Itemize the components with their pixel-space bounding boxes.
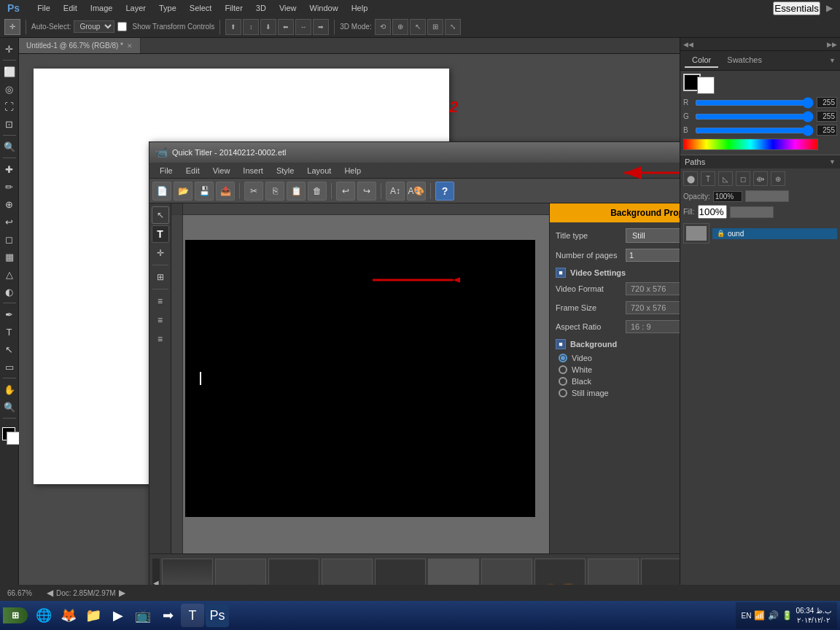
style-thumb-11[interactable]: AaB style-11 [641, 559, 680, 586]
color-swatches[interactable] [0, 424, 20, 445]
qt-strip-icon3[interactable]: ≡ [152, 330, 169, 348]
blur-tool[interactable]: △ [1, 266, 18, 282]
style-thumb-04[interactable]: AaB style-04 [322, 559, 373, 586]
lasso-tool[interactable]: ◎ [1, 81, 18, 97]
style-thumb-02[interactable]: AaB style-02 [215, 559, 266, 586]
color-spectrum[interactable] [683, 139, 818, 150]
qt-menu-insert[interactable]: Insert [237, 165, 269, 176]
crop-tool[interactable]: ⊡ [1, 116, 18, 132]
style-thumb-09[interactable]: AaB style-09 [534, 559, 586, 586]
start-button[interactable]: ⊞ [3, 607, 28, 623]
qt-menu-help[interactable]: Help [338, 165, 367, 176]
type-tool[interactable]: T [1, 324, 18, 340]
paths-collapse-btn[interactable]: ▼ [829, 158, 836, 166]
path-select-tool[interactable]: ↖ [1, 341, 18, 357]
fill-input[interactable]: 100% [698, 205, 727, 219]
fill-slider-bar[interactable] [730, 206, 774, 218]
qt-menu-view[interactable]: View [207, 165, 236, 176]
qt-strip-icon1[interactable]: ≡ [152, 292, 169, 310]
title-type-select[interactable]: Still [626, 228, 680, 243]
clone-stamp-tool[interactable]: ⊕ [1, 196, 18, 212]
qt-select-icon[interactable]: ↖ [152, 206, 169, 224]
b-value[interactable]: 255 [817, 125, 837, 136]
menu-help[interactable]: Help [349, 2, 371, 14]
3d-rotate-btn[interactable]: ⟲ [375, 19, 391, 35]
shape-tool[interactable]: ▭ [1, 359, 18, 375]
qt-menu-file[interactable]: File [154, 165, 179, 176]
align-bottom-btn[interactable]: ⬇ [260, 19, 276, 35]
style-thumb-08[interactable]: AaB style-08 [481, 559, 532, 586]
move-tool-icon[interactable]: ✛ [4, 19, 20, 35]
radio-white[interactable] [559, 365, 567, 374]
qt-copy-btn[interactable]: ⎘ [265, 182, 284, 201]
background-color[interactable] [7, 432, 20, 445]
qt-canvas-inner[interactable] [185, 240, 535, 517]
menu-file[interactable]: File [34, 2, 53, 14]
radio-video[interactable] [559, 354, 567, 362]
menu-window[interactable]: Window [307, 2, 341, 14]
opacity-slider-bar[interactable] [745, 190, 789, 202]
show-transform-checkbox[interactable] [117, 22, 127, 31]
menu-layer[interactable]: Layer [122, 2, 149, 14]
style-thumb-10[interactable]: AaB style-10 [588, 559, 639, 586]
qt-delete-btn[interactable]: 🗑 [308, 182, 327, 201]
tab-close-btn[interactable]: ✕ [127, 42, 133, 50]
qt-open-btn[interactable]: 📂 [174, 182, 192, 201]
bg-color-box[interactable] [697, 77, 715, 94]
taskbar-icon-media[interactable]: ▶ [106, 604, 130, 627]
quick-select-tool[interactable]: ⛶ [1, 98, 18, 114]
taskbar-icon-ps[interactable]: Ps [206, 604, 229, 627]
dodge-tool[interactable]: ◐ [1, 284, 18, 300]
menu-3d[interactable]: 3D [253, 2, 269, 14]
style-thumb-01[interactable]: AaB Style-01 [162, 559, 213, 586]
pen-tool[interactable]: ✒ [1, 306, 18, 322]
qt-redo-btn[interactable]: ↪ [357, 182, 376, 201]
taskbar-icon-firefox[interactable]: 🦊 [57, 604, 80, 627]
align-top-btn[interactable]: ⬆ [225, 19, 241, 35]
paths-tool-4[interactable]: ◻ [736, 171, 750, 186]
video-settings-checkbox[interactable]: ■ [556, 268, 566, 278]
auto-select-dropdown[interactable]: Group [74, 20, 114, 33]
layer-bar[interactable]: 🔒 ound [712, 228, 837, 239]
qt-save-btn[interactable]: 💾 [195, 182, 214, 201]
align-vcenter-btn[interactable]: ↕ [243, 19, 259, 35]
style-scroll-left[interactable]: ◀ [152, 559, 160, 586]
radio-black[interactable] [559, 377, 567, 386]
document-tab[interactable]: Untitled-1 @ 66.7% (RGB/8) * ✕ [19, 38, 141, 53]
style-thumb-03[interactable]: AaB style-03 [268, 559, 319, 586]
g-value[interactable]: 255 [817, 111, 837, 122]
menu-edit[interactable]: Edit [61, 2, 80, 14]
menu-view[interactable]: View [276, 2, 300, 14]
menu-filter[interactable]: Filter [222, 2, 245, 14]
essentials-button[interactable]: Essentials [773, 1, 820, 15]
g-slider[interactable] [695, 114, 814, 120]
gradient-tool[interactable]: ▦ [1, 249, 18, 265]
qt-canvas[interactable] [171, 203, 549, 553]
layer-thumbnail[interactable] [683, 223, 709, 244]
qt-menu-edit[interactable]: Edit [180, 165, 206, 176]
3d-pan-btn[interactable]: ⊕ [392, 19, 408, 35]
style-thumb-07[interactable]: AaB style-07 [428, 559, 479, 586]
qt-move-icon[interactable]: ✛ [152, 244, 169, 262]
panel-collapse-right[interactable]: ▶ [823, 1, 836, 15]
radio-still-image[interactable] [559, 389, 567, 397]
align-right-btn[interactable]: ➡ [313, 19, 329, 35]
healing-brush-tool[interactable]: ✚ [1, 161, 18, 177]
brush-tool[interactable]: ✏ [1, 179, 18, 195]
hand-tool[interactable]: ✋ [1, 381, 18, 397]
taskbar-icon-browser[interactable]: 🌐 [32, 604, 55, 627]
align-left-btn[interactable]: ⬅ [278, 19, 294, 35]
qt-grid-icon[interactable]: ⊞ [152, 268, 169, 286]
3d-move-btn[interactable]: ↖ [410, 19, 426, 35]
panel-expand-left-btn[interactable]: ◀◀ [683, 41, 693, 48]
opacity-input[interactable]: 100% [713, 191, 742, 202]
menu-select[interactable]: Select [187, 2, 215, 14]
qt-menu-style[interactable]: Style [271, 165, 300, 176]
eyedropper-tool[interactable]: 🔍 [1, 139, 18, 155]
qt-strip-icon2[interactable]: ≡ [152, 311, 169, 329]
number-pages-input[interactable] [626, 249, 680, 262]
tab-color[interactable]: Color [685, 53, 718, 68]
taskbar-icon-arrow[interactable]: ➡ [156, 604, 179, 627]
paths-tool-3[interactable]: ◺ [718, 171, 733, 186]
menu-image[interactable]: Image [88, 2, 116, 14]
